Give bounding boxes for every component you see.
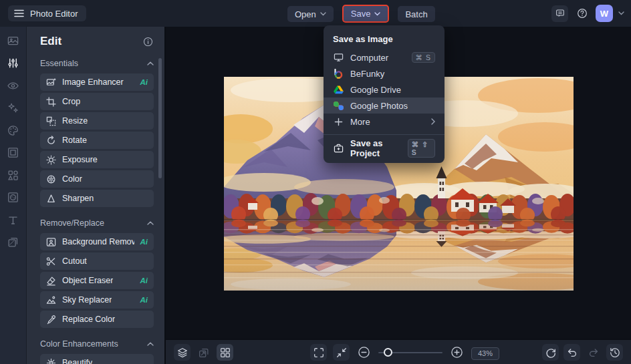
minus-circle-icon: [358, 346, 370, 359]
fullscreen-button[interactable]: [310, 344, 327, 361]
duplicate-button[interactable]: [195, 344, 212, 361]
tool-button-replace-color[interactable]: Replace Color: [40, 311, 154, 328]
section-header-essentials[interactable]: Essentials: [40, 59, 154, 68]
rail-item-touchup[interactable]: [6, 79, 21, 92]
shortcut-badge: ⌘ ⇧ S: [408, 139, 435, 158]
tool-button-crop[interactable]: Crop: [40, 93, 154, 110]
rail-item-frames[interactable]: [6, 146, 21, 160]
sliders-icon: [7, 57, 19, 69]
frame-icon: [7, 146, 19, 159]
fit-to-screen-button[interactable]: [333, 344, 350, 361]
help-button[interactable]: [574, 5, 590, 22]
help-icon: [576, 7, 588, 19]
google-drive-icon: [333, 85, 344, 94]
hamburger-icon: [14, 9, 24, 17]
redo-icon: [588, 347, 600, 359]
rail-item-textures[interactable]: [6, 236, 21, 249]
google-photos-icon: [333, 101, 344, 111]
tool-button-object-eraser[interactable]: Object Eraser Ai: [40, 272, 154, 289]
eyedropper-icon: [46, 315, 56, 325]
menu-item-google-drive[interactable]: Google Drive: [324, 81, 445, 98]
menu-item-label: More: [350, 117, 370, 127]
tool-button-exposure[interactable]: Exposure: [40, 151, 154, 168]
menu-item-save-as-project[interactable]: Save as Project ⌘ ⇧ S: [324, 140, 445, 157]
tool-button-rotate[interactable]: Rotate: [40, 132, 154, 149]
zoom-in-button[interactable]: [449, 344, 465, 361]
grid-icon: [219, 347, 231, 359]
menu-item-label: Google Drive: [350, 85, 401, 95]
tool-label: Beautify: [62, 358, 92, 364]
ai-badge: Ai: [140, 296, 148, 304]
rail-item-effects[interactable]: [6, 102, 21, 115]
save-menu-header: Save as Image: [324, 30, 445, 49]
panel-scrollbar[interactable]: [158, 58, 162, 178]
rail-item-edit[interactable]: [6, 57, 21, 70]
rail-item-artsy[interactable]: [6, 124, 21, 137]
shortcut-badge: ⌘ S: [412, 52, 435, 63]
layers-button[interactable]: [174, 344, 191, 361]
section-label: Remove/Replace: [40, 218, 104, 228]
rail-item-graphics[interactable]: [6, 168, 21, 182]
info-button[interactable]: [142, 36, 154, 47]
tool-button-color[interactable]: Color: [40, 170, 154, 188]
tool-label: Sharpen: [62, 194, 94, 203]
open-label: Open: [295, 9, 316, 19]
tool-button-sharpen[interactable]: Sharpen: [40, 190, 154, 207]
batch-button[interactable]: Batch: [398, 6, 434, 22]
menu-item-computer[interactable]: Computer ⌘ S: [324, 49, 445, 65]
section-header-remove-replace[interactable]: Remove/Replace: [40, 218, 154, 228]
tool-button-image-enhancer[interactable]: Image Enhancer Ai: [40, 73, 154, 91]
overlay-icon: [7, 191, 19, 204]
ai-badge: Ai: [140, 78, 148, 86]
fullscreen-icon: [313, 347, 325, 359]
eye-icon: [7, 79, 19, 92]
menu-item-more[interactable]: More: [324, 114, 445, 130]
undo-icon: [566, 347, 578, 359]
menu-item-google-photos[interactable]: Google Photos: [324, 98, 445, 114]
tool-label: Sky Replacer: [62, 295, 112, 305]
sharpen-icon: [46, 194, 56, 204]
rail-item-overlays[interactable]: [6, 191, 21, 204]
image-enhancer-icon: [46, 77, 56, 87]
save-button[interactable]: Save: [342, 5, 390, 23]
edit-panel: Edit Essentials Image Enhancer Ai Crop: [27, 27, 166, 364]
open-button[interactable]: Open: [287, 6, 334, 22]
rail-item-text[interactable]: [6, 213, 21, 226]
rail-item-photo-manager[interactable]: [6, 34, 21, 47]
tool-label: Background Remover: [62, 237, 134, 246]
text-icon: [7, 214, 19, 226]
comment-icon: [555, 8, 565, 19]
section-header-color-enhancements[interactable]: Color Enhancements: [40, 339, 154, 349]
avatar-initial: W: [600, 9, 608, 19]
beautify-flower-icon: [46, 358, 56, 364]
crop-icon: [46, 97, 56, 107]
tool-button-beautify[interactable]: Beautify: [40, 354, 154, 364]
chevron-up-icon: [147, 61, 154, 65]
info-icon: [142, 36, 154, 47]
user-avatar[interactable]: W: [596, 5, 613, 22]
menu-divider: [324, 134, 445, 135]
zoom-out-button[interactable]: [356, 344, 372, 361]
exposure-sun-icon: [46, 155, 56, 165]
grid-view-button[interactable]: [217, 344, 233, 361]
zoom-slider[interactable]: [378, 344, 443, 361]
main-menu-button[interactable]: Photo Editor: [8, 5, 86, 21]
redo-button[interactable]: [585, 344, 602, 361]
chevron-up-icon: [147, 221, 154, 225]
tool-button-cutout[interactable]: Cutout: [40, 252, 154, 270]
zoom-slider-handle[interactable]: [384, 348, 392, 357]
background-remover-icon: [46, 237, 56, 247]
reset-icon: [545, 347, 557, 359]
history-button[interactable]: [606, 344, 623, 361]
account-menu-chevron[interactable]: [618, 11, 624, 15]
topbar-actions: Open Save Batch: [287, 5, 435, 23]
tool-button-sky-replacer[interactable]: Sky Replacer Ai: [40, 291, 154, 309]
menu-item-befunky[interactable]: BeFunky: [324, 65, 445, 81]
undo-button[interactable]: [563, 344, 580, 361]
reset-button[interactable]: [542, 344, 559, 361]
feedback-button[interactable]: [551, 5, 568, 22]
tool-label: Crop: [62, 97, 80, 106]
tool-button-background-remover[interactable]: Background Remover Ai: [40, 233, 154, 250]
tool-button-resize[interactable]: Resize: [40, 112, 154, 130]
zoom-value-field[interactable]: 43%: [471, 347, 499, 360]
